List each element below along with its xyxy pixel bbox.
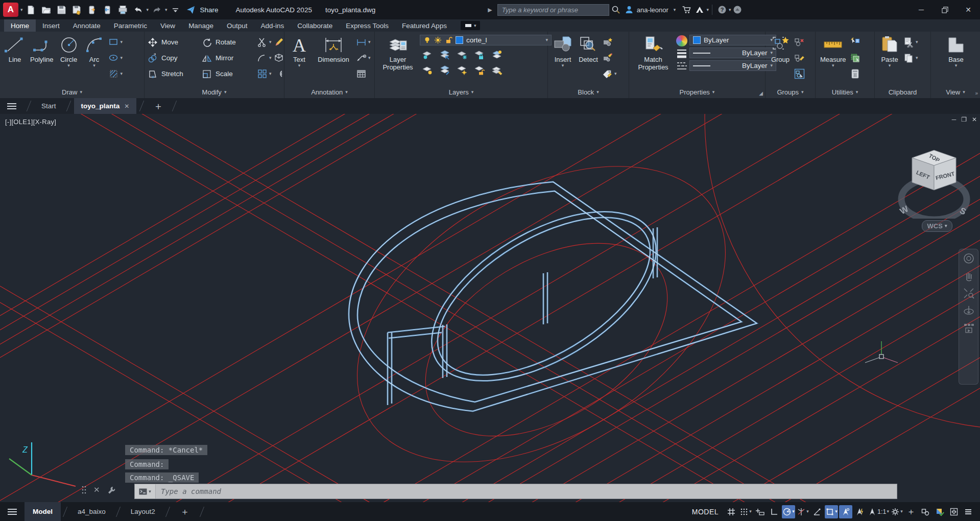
autocad-logo[interactable]: A (3, 3, 18, 17)
viewport-close-icon[interactable]: ✕ (972, 116, 977, 123)
quick-select-button[interactable] (850, 34, 861, 50)
match-properties-button[interactable]: Match Properties (632, 34, 674, 72)
annotation-scale-button[interactable]: 1:1 ▾ (868, 505, 889, 518)
block-panel-label[interactable]: Block▾ (548, 86, 629, 98)
offset-button[interactable] (274, 66, 284, 82)
file-tab-start[interactable]: Start (34, 98, 63, 114)
grid-display-toggle[interactable] (725, 505, 738, 518)
redo-caret-icon[interactable]: ▾ (165, 8, 168, 12)
tab-home[interactable]: Home (4, 19, 36, 32)
drawing-geometry[interactable]: Z (0, 114, 980, 502)
create-block-button[interactable] (602, 34, 617, 50)
fillet-button[interactable]: ▾ (257, 50, 272, 66)
layer-thaw-all-button[interactable] (457, 64, 468, 76)
layer-unlock-all-button[interactable] (474, 64, 485, 76)
app-store-button[interactable] (680, 3, 693, 16)
workspace-switching-button[interactable]: ▾ (890, 505, 903, 518)
paste-button[interactable]: Paste ▾ (878, 34, 901, 68)
group-edit-button[interactable] (794, 50, 805, 66)
measure-caret-icon[interactable]: ▾ (832, 63, 834, 68)
plot-button[interactable] (116, 3, 130, 17)
scale-button[interactable]: Scale (202, 66, 255, 82)
command-line[interactable]: ▾ (134, 484, 897, 499)
ucs-icon[interactable]: Z (9, 442, 76, 486)
lineweight-icon[interactable] (676, 49, 687, 59)
linetype-icon[interactable] (676, 61, 687, 71)
view-panel-expand[interactable]: » (975, 90, 978, 96)
make-current-layer-button[interactable] (491, 49, 503, 60)
tab-view[interactable]: View (154, 19, 182, 32)
tab-output[interactable]: Output (220, 19, 254, 32)
layer-off-button[interactable] (422, 49, 433, 60)
base-button[interactable]: Base ▾ (944, 34, 968, 68)
pan-hand-icon[interactable] (963, 270, 975, 282)
layers-panel-label[interactable]: Layers▾ (375, 86, 547, 98)
layout-tab-model[interactable]: Model (25, 502, 61, 521)
full-navigation-wheel-icon[interactable] (963, 252, 975, 265)
tab-express-tools[interactable]: Express Tools (339, 19, 395, 32)
drawing-area[interactable]: Z [-][OLE1][X-Ray] ─ ❐ ✕ W S TOP LEFT F (0, 114, 980, 502)
minimize-button[interactable]: ─ (910, 0, 933, 19)
command-drag-handle-icon[interactable] (82, 486, 86, 494)
orbit-icon[interactable] (963, 304, 975, 317)
text-caret-icon[interactable]: ▾ (298, 63, 301, 68)
measure-button[interactable]: Measure ▾ (819, 34, 848, 68)
command-close-icon[interactable]: ✕ (93, 485, 100, 494)
line-button[interactable]: Line (3, 34, 27, 64)
tab-collaborate[interactable]: Collaborate (291, 19, 339, 32)
user-menu-caret-icon[interactable]: ▾ (674, 8, 676, 12)
tab-featured-apps[interactable]: Featured Apps (395, 19, 453, 32)
circle-button[interactable]: Circle ▾ (57, 34, 81, 68)
object-color-dropdown[interactable]: ByLayer ▾ (689, 35, 776, 45)
mirror-button[interactable]: Mirror (202, 50, 255, 66)
circle-caret-icon[interactable]: ▾ (67, 63, 70, 68)
annotation-visibility-toggle[interactable] (839, 505, 852, 518)
file-tab-toyo-planta[interactable]: toyo_planta ✕ (74, 98, 137, 114)
draw-panel-label[interactable]: Draw▾ (0, 86, 144, 98)
layer-dropdown[interactable]: corte_l ▾ (420, 35, 552, 45)
layer-match-button[interactable] (439, 64, 450, 76)
viewcube-cube[interactable]: TOP LEFT FRONT (912, 150, 956, 190)
group-selection-toggle[interactable] (794, 66, 805, 82)
ellipse-caret-icon[interactable]: ▾ (121, 56, 123, 60)
color-wheel-icon[interactable] (676, 35, 687, 46)
share-button[interactable] (184, 3, 198, 17)
workspace-caret-icon[interactable]: ▾ (900, 509, 903, 514)
help-search-input[interactable] (501, 6, 606, 14)
base-caret-icon[interactable]: ▾ (955, 63, 958, 68)
isoplane-caret-icon[interactable]: ▾ (806, 509, 809, 514)
trim-caret-icon[interactable]: ▾ (269, 40, 272, 44)
arc-caret-icon[interactable]: ▾ (93, 63, 95, 68)
save-to-web-mobile-button[interactable] (101, 3, 115, 17)
dynamic-input-toggle[interactable] (753, 505, 767, 518)
viewport-minimize-icon[interactable]: ─ (952, 116, 957, 123)
undo-button[interactable] (131, 3, 146, 17)
dimension-button[interactable]: Dimension (313, 34, 354, 64)
command-prompt-button[interactable]: ▾ (135, 484, 156, 499)
share-label[interactable]: Share (200, 6, 219, 14)
erase-button[interactable] (274, 34, 284, 50)
copy-button[interactable]: Copy (148, 50, 201, 66)
open-button[interactable] (39, 3, 54, 17)
isometric-drafting-toggle[interactable]: ▾ (796, 505, 809, 518)
arc-button[interactable]: Arc ▾ (83, 34, 106, 68)
command-input[interactable] (156, 487, 897, 496)
edit-block-button[interactable] (602, 50, 617, 66)
leader-caret-icon[interactable]: ▾ (368, 56, 371, 60)
layer-isolate-button[interactable] (439, 49, 450, 60)
ribbon-toggle-caret-icon[interactable]: ▾ (474, 23, 476, 28)
polar-caret-icon[interactable]: ▾ (792, 509, 795, 514)
tab-insert[interactable]: Insert (36, 19, 66, 32)
layout-tabs-menu-button[interactable] (0, 508, 25, 515)
ribbon-display-toggle[interactable]: ▾ (461, 21, 481, 30)
viewcube[interactable]: W S TOP LEFT FRONT (895, 142, 974, 219)
tab-annotate[interactable]: Annotate (66, 19, 107, 32)
layer-properties-button[interactable]: Layer Properties (378, 34, 418, 72)
autodesk-account-button[interactable] (693, 3, 706, 16)
zoom-extents-icon[interactable] (963, 287, 975, 299)
utilities-panel-label[interactable]: Utilities▾ (816, 86, 874, 98)
isolate-objects-button[interactable] (919, 505, 932, 518)
new-drawing-button[interactable] (24, 3, 38, 17)
copy-clip-button[interactable]: ▾ (903, 50, 918, 66)
group-button[interactable]: Group (769, 34, 792, 64)
